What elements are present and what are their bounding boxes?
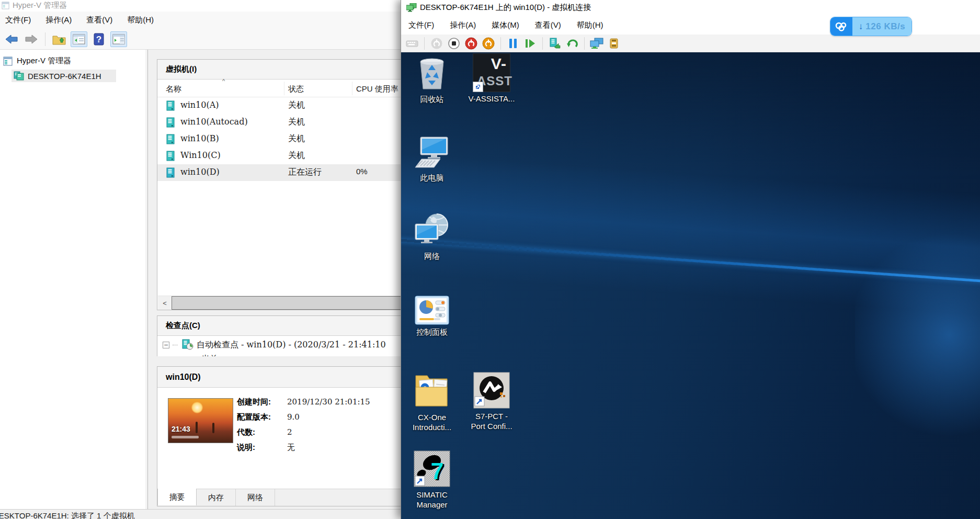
desktop-icon-control-panel[interactable]: 控制面板 xyxy=(403,296,461,337)
save-button[interactable] xyxy=(447,37,461,50)
reset-button[interactable] xyxy=(523,37,537,50)
checkpoint-now-item[interactable]: 当前 xyxy=(190,354,218,356)
recycle-bin-icon xyxy=(416,55,448,92)
field-value: 9.0 xyxy=(287,412,300,422)
desktop-icon-label: 此电脑 xyxy=(420,173,444,183)
desktop-icon-network[interactable]: 网络 xyxy=(403,212,461,262)
tree-item-hyperv-root[interactable]: Hyper-V 管理器 xyxy=(3,56,71,66)
thumbnail-figure xyxy=(212,423,214,433)
vm-icon xyxy=(166,117,175,128)
desktop-icon-recycle-bin[interactable]: 回收站 xyxy=(403,55,461,105)
desktop-icon-cx-one[interactable]: epdf CX-OneIntroducti... xyxy=(403,371,461,433)
shut-down-button[interactable] xyxy=(482,37,495,50)
vm-icon xyxy=(166,100,175,111)
action-pane-toggle-button[interactable] xyxy=(110,31,127,47)
vm-thumbnail[interactable]: 21:43 xyxy=(168,398,233,443)
revert-button[interactable] xyxy=(565,37,579,50)
field-label: 创建时间: xyxy=(237,397,271,406)
enhanced-session-button[interactable] xyxy=(590,37,603,50)
pause-button[interactable] xyxy=(506,37,520,50)
desktop-icon-v-assistant[interactable]: V- ASST V-ASSISTA... xyxy=(463,54,520,104)
field-value: 无 xyxy=(287,443,295,453)
help-button[interactable]: ? xyxy=(90,31,107,47)
tab-summary[interactable]: 摘要 xyxy=(157,489,197,505)
scroll-left-button[interactable]: < xyxy=(158,296,172,310)
console-tree-toggle-button[interactable] xyxy=(71,31,87,47)
checkpoint-label: 自动检查点 - win10(D) - (2020/3/21 - 21:41:10 xyxy=(197,340,386,351)
field-notes: 说明: 无 xyxy=(237,443,255,453)
dual-monitor-icon xyxy=(590,38,603,49)
hyperv-menu-view[interactable]: 查看(V) xyxy=(86,15,112,25)
export-button[interactable] xyxy=(51,31,67,47)
tree-item-host[interactable]: DESKTOP-6K74E1H xyxy=(12,70,116,82)
vm-name: Win10(C) xyxy=(180,150,221,160)
power-start-icon xyxy=(430,37,443,50)
forward-button[interactable] xyxy=(23,31,40,47)
forward-arrow-icon xyxy=(25,35,38,44)
back-arrow-icon xyxy=(5,35,18,44)
download-arrow-icon: ↓ xyxy=(859,21,863,32)
keyboard-icon xyxy=(406,39,418,48)
vmconnect-window-title: DESKTOP-6K74E1H 上的 win10(D) - 虚拟机连接 xyxy=(420,3,591,13)
wallpaper-glow xyxy=(855,225,980,445)
thumbnail-sun xyxy=(191,402,203,413)
s7-pct-icon xyxy=(473,371,510,409)
netdisk-speed-text: ↓ 126 KB/s xyxy=(852,17,911,36)
pause-icon xyxy=(508,38,518,49)
tree-connector xyxy=(173,345,178,345)
checkpoint-server-icon xyxy=(549,37,561,50)
vmc-menu-action[interactable]: 操作(A) xyxy=(450,20,476,30)
column-header-cpu[interactable]: CPU 使用率 xyxy=(356,84,398,94)
vmc-menu-view[interactable]: 查看(V) xyxy=(535,20,561,30)
hyperv-menu-file[interactable]: 文件(F) xyxy=(5,15,31,25)
field-value: 2019/12/30 21:01:15 xyxy=(287,397,370,407)
folder-icon xyxy=(52,33,66,45)
checkpoint-item[interactable]: − 自动检查点 - win10(D) - (2020/3/21 - 21:41:… xyxy=(163,339,386,351)
desktop-icon-this-pc[interactable]: 此电脑 xyxy=(403,136,461,183)
toolbar-separator xyxy=(500,37,501,50)
vm-icon xyxy=(166,167,175,178)
toolbar-separator xyxy=(45,32,45,46)
collapse-expander-icon[interactable]: − xyxy=(163,342,169,348)
hyperv-app-icon xyxy=(2,2,9,9)
vm-state: 关机 xyxy=(288,133,305,144)
reset-icon xyxy=(525,38,536,49)
ctrl-alt-del-button[interactable] xyxy=(405,37,419,50)
column-divider xyxy=(352,82,352,95)
hyperv-menu-action[interactable]: 操作(A) xyxy=(45,15,72,25)
vm-icon xyxy=(166,134,175,144)
checkpoint-button[interactable] xyxy=(548,37,562,50)
back-button[interactable] xyxy=(3,31,20,47)
desktop-icon-simatic-manager[interactable]: 7 7 SIMATICManager xyxy=(403,450,461,510)
tab-memory[interactable]: 内存 xyxy=(197,489,236,506)
column-header-state[interactable]: 状态 xyxy=(288,84,304,94)
column-header-name[interactable]: 名称 xyxy=(166,84,181,94)
share-button[interactable] xyxy=(607,37,621,50)
thumbnail-date-blur xyxy=(172,436,199,438)
tree-root-label: Hyper-V 管理器 xyxy=(17,56,71,66)
vm-cpu: 0% xyxy=(356,167,368,176)
field-generation: 代数: 2 xyxy=(237,427,255,437)
turn-off-button[interactable] xyxy=(464,37,478,50)
vmc-menu-file[interactable]: 文件(F) xyxy=(408,20,434,30)
v-assistant-icon: V- ASST xyxy=(473,54,510,92)
vm-name: win10(A) xyxy=(180,100,219,110)
svg-text:?: ? xyxy=(96,35,101,44)
hyperv-menu-help[interactable]: 帮助(H) xyxy=(127,15,154,25)
netdisk-speed-badge[interactable]: ↓ 126 KB/s xyxy=(830,17,912,36)
field-created: 创建时间: 2019/12/30 21:01:15 xyxy=(237,397,271,407)
svg-text:7: 7 xyxy=(431,458,443,484)
tab-network[interactable]: 网络 xyxy=(236,489,275,506)
shortcut-arrow-icon xyxy=(473,82,483,92)
help-icon: ? xyxy=(94,33,104,46)
checkpoint-icon xyxy=(181,339,193,351)
toolbar-separator xyxy=(584,37,585,50)
vmconnect-menubar: 文件(F) 操作(A) 媒体(M) 查看(V) 帮助(H) ↓ 126 KB/s xyxy=(401,16,980,35)
vmc-menu-help[interactable]: 帮助(H) xyxy=(577,20,603,30)
network-icon xyxy=(413,212,451,249)
hyperv-root-icon xyxy=(3,57,13,66)
desktop-icon-s7-pct[interactable]: S7-PCT -Port Confi... xyxy=(463,371,520,432)
vmc-menu-media[interactable]: 媒体(M) xyxy=(492,20,519,30)
start-button[interactable] xyxy=(430,37,443,50)
checkpoint-now-label: 当前 xyxy=(201,354,218,356)
